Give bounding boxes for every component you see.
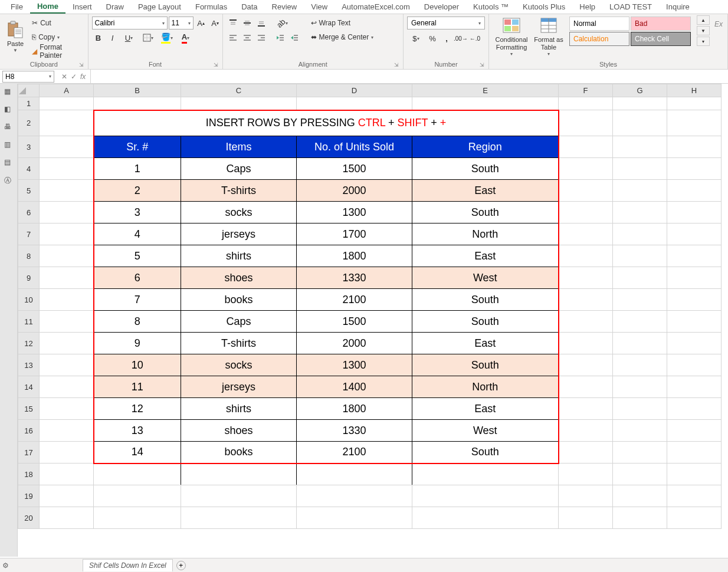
col-header[interactable]: B xyxy=(94,84,181,97)
row-header[interactable]: 4 xyxy=(18,158,40,180)
cell[interactable] xyxy=(613,398,667,420)
row-header[interactable]: 2 xyxy=(18,110,40,136)
cell[interactable] xyxy=(181,463,297,485)
cell[interactable] xyxy=(667,354,722,376)
data-cell[interactable]: shirts xyxy=(181,398,297,420)
data-cell[interactable]: East xyxy=(412,245,559,267)
ribbon-tab-help[interactable]: Help xyxy=(572,1,602,13)
ribbon-tab-insert[interactable]: Insert xyxy=(65,1,99,13)
col-header[interactable]: C xyxy=(181,84,297,97)
data-cell[interactable]: 1700 xyxy=(297,223,412,245)
table-header[interactable]: Sr. # xyxy=(94,136,181,158)
cell[interactable] xyxy=(412,485,559,507)
bold-button[interactable]: B xyxy=(92,31,105,44)
align-left-button[interactable] xyxy=(227,31,240,44)
data-cell[interactable]: 1300 xyxy=(297,354,412,376)
table-header[interactable]: No. of Units Sold xyxy=(297,136,412,158)
dialog-launcher-icon[interactable]: ⇲ xyxy=(78,62,84,68)
merge-center-button[interactable]: ⬌ Merge & Center ▾ xyxy=(309,31,376,44)
ribbon-tab-developer[interactable]: Developer xyxy=(417,1,466,13)
cell[interactable] xyxy=(559,485,613,507)
cell[interactable] xyxy=(40,376,94,398)
data-cell[interactable]: jerseys xyxy=(181,376,297,398)
cell[interactable] xyxy=(667,442,722,463)
underline-button[interactable]: U ▾ xyxy=(120,31,138,44)
row-header[interactable]: 10 xyxy=(18,289,40,311)
copy-button[interactable]: ⎘ Copy ▾ xyxy=(29,31,84,44)
font-name-select[interactable]: Calibri▾ xyxy=(92,17,168,29)
row-header[interactable]: 3 xyxy=(18,136,40,158)
cell[interactable] xyxy=(667,267,722,289)
cell[interactable] xyxy=(613,354,667,376)
cell[interactable] xyxy=(613,110,667,136)
data-cell[interactable]: 1800 xyxy=(297,398,412,420)
cell[interactable] xyxy=(40,398,94,420)
cell[interactable] xyxy=(667,333,722,354)
wrap-text-button[interactable]: ↩ Wrap Text xyxy=(309,17,376,29)
cell[interactable] xyxy=(667,97,722,110)
cell[interactable] xyxy=(40,463,94,485)
cell[interactable] xyxy=(559,463,613,485)
data-cell[interactable]: 13 xyxy=(94,420,181,442)
cell[interactable] xyxy=(40,267,94,289)
row-header[interactable]: 6 xyxy=(18,202,40,223)
cell[interactable] xyxy=(613,136,667,158)
side-icon-4[interactable]: ▥ xyxy=(4,140,14,150)
cell[interactable] xyxy=(613,267,667,289)
align-top-button[interactable] xyxy=(227,17,240,29)
data-cell[interactable]: 2 xyxy=(94,180,181,202)
row-header[interactable]: 20 xyxy=(18,507,40,529)
cell[interactable] xyxy=(297,97,412,110)
paste-button[interactable]: Paste ▼ xyxy=(2,15,28,58)
data-cell[interactable]: 4 xyxy=(94,223,181,245)
align-center-button[interactable] xyxy=(241,31,254,44)
cell[interactable] xyxy=(667,311,722,333)
data-cell[interactable]: 2000 xyxy=(297,333,412,354)
data-cell[interactable]: 2100 xyxy=(297,289,412,311)
cell[interactable] xyxy=(613,223,667,245)
data-cell[interactable]: 1800 xyxy=(297,245,412,267)
cell[interactable] xyxy=(667,289,722,311)
cell[interactable] xyxy=(40,223,94,245)
table-header[interactable]: Items xyxy=(181,136,297,158)
cell[interactable] xyxy=(667,180,722,202)
data-cell[interactable]: 3 xyxy=(94,202,181,223)
ribbon-tab-page-layout[interactable]: Page Layout xyxy=(131,1,188,13)
cell[interactable] xyxy=(40,289,94,311)
ribbon-tab-data[interactable]: Data xyxy=(234,1,264,13)
cell[interactable] xyxy=(613,333,667,354)
data-cell[interactable]: books xyxy=(181,289,297,311)
cell[interactable] xyxy=(667,158,722,180)
ribbon-tab-formulas[interactable]: Formulas xyxy=(188,1,234,13)
cell[interactable] xyxy=(559,311,613,333)
cell[interactable] xyxy=(667,223,722,245)
cell[interactable] xyxy=(667,376,722,398)
data-cell[interactable]: West xyxy=(412,420,559,442)
cell[interactable] xyxy=(613,311,667,333)
data-cell[interactable]: South xyxy=(412,442,559,463)
cell[interactable] xyxy=(40,507,94,529)
col-header[interactable]: F xyxy=(559,84,613,97)
ribbon-tab-view[interactable]: View xyxy=(304,1,335,13)
select-all-corner[interactable] xyxy=(18,84,40,97)
data-cell[interactable]: East xyxy=(412,180,559,202)
data-cell[interactable]: West xyxy=(412,267,559,289)
cell[interactable] xyxy=(667,485,722,507)
data-cell[interactable]: 10 xyxy=(94,354,181,376)
cell[interactable] xyxy=(613,442,667,463)
styles-scroll-down[interactable]: ▼ xyxy=(697,26,710,35)
number-format-select[interactable]: General▾ xyxy=(407,17,485,29)
decrease-indent-button[interactable] xyxy=(274,31,287,44)
cell[interactable] xyxy=(559,420,613,442)
align-middle-button[interactable] xyxy=(241,17,254,29)
data-cell[interactable]: 1330 xyxy=(297,420,412,442)
side-icon-1[interactable]: ▦ xyxy=(4,87,14,97)
cell[interactable] xyxy=(613,507,667,529)
row-header[interactable]: 18 xyxy=(18,463,40,485)
data-cell[interactable]: 7 xyxy=(94,289,181,311)
data-cell[interactable]: Caps xyxy=(181,158,297,180)
ribbon-tab-review[interactable]: Review xyxy=(265,1,304,13)
data-cell[interactable]: 1500 xyxy=(297,311,412,333)
data-cell[interactable]: T-shirts xyxy=(181,180,297,202)
col-header[interactable]: E xyxy=(412,84,559,97)
